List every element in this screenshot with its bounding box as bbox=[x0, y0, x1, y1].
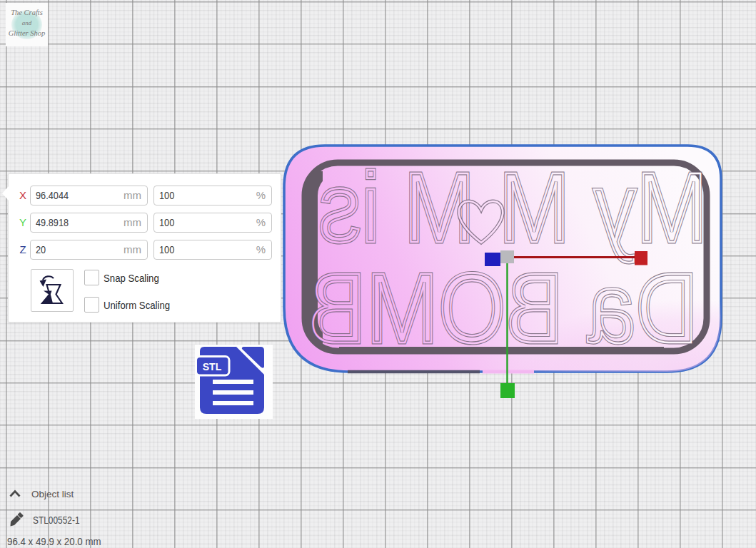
svg-text:Da BOMB: Da BOMB bbox=[308, 252, 698, 364]
svg-text:STL: STL bbox=[203, 361, 222, 372]
svg-text:My M M is: My M M is bbox=[318, 151, 707, 263]
